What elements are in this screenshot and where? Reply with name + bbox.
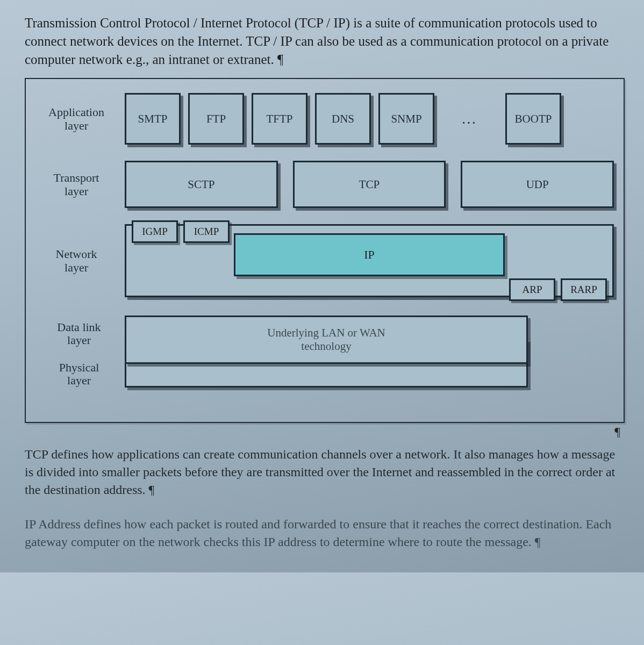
ftp-box: FTP [188,93,244,145]
igmp-box: IGMP [132,220,178,243]
transport-protocols: SCTP TCP UDP [125,161,614,208]
intro-paragraph: Transmission Control Protocol / Internet… [25,14,625,68]
icmp-box: ICMP [183,220,230,243]
snmp-box: SNMP [378,93,434,145]
rarp-box: RARP [561,278,607,301]
datalink-layer-label: Data link layer [33,319,125,349]
application-layer-row: Application layer SMTP FTP TFTP DNS SNMP… [33,93,614,145]
application-protocols: SMTP FTP TFTP DNS SNMP … BOOTP [125,93,614,145]
udp-box: UDP [461,161,614,208]
pilcrow-icon: ¶ [614,425,620,439]
physical-layer-label: Physical layer [33,359,125,389]
sctp-box: SCTP [125,161,278,208]
network-container-box: IGMP ICMP IP ARP RARP [125,224,614,297]
tcpip-layer-diagram: Application layer SMTP FTP TFTP DNS SNMP… [25,78,625,423]
application-layer-label: Application layer [33,93,125,145]
tftp-box: TFTP [252,93,307,145]
tcp-box: TCP [293,161,446,208]
tcp-paragraph: TCP defines how applications can create … [25,446,625,499]
network-layer-label: Network layer [33,224,125,297]
network-layer-row: Network layer IGMP ICMP IP ARP RARP [33,224,614,297]
smtp-box: SMTP [125,93,181,145]
network-protocols: IGMP ICMP IP ARP RARP [125,224,614,297]
transport-layer-row: Transport layer SCTP TCP UDP [33,161,614,208]
datalink-physical-row: Data link layer Physical layer Underlyin… [33,313,614,394]
bootp-box: BOOTP [505,93,561,145]
underlying-box-front: Underlying LAN or WAN technology [125,316,528,364]
ip-box: IP [234,233,505,276]
underlying-technology: Underlying LAN or WAN technology [125,313,614,394]
transport-layer-label: Transport layer [33,161,125,208]
ip-paragraph: IP Address defines how each packet is ro… [25,515,625,551]
arp-box: ARP [509,278,555,301]
dns-box: DNS [315,93,371,145]
ellipsis-icon: … [442,93,498,145]
